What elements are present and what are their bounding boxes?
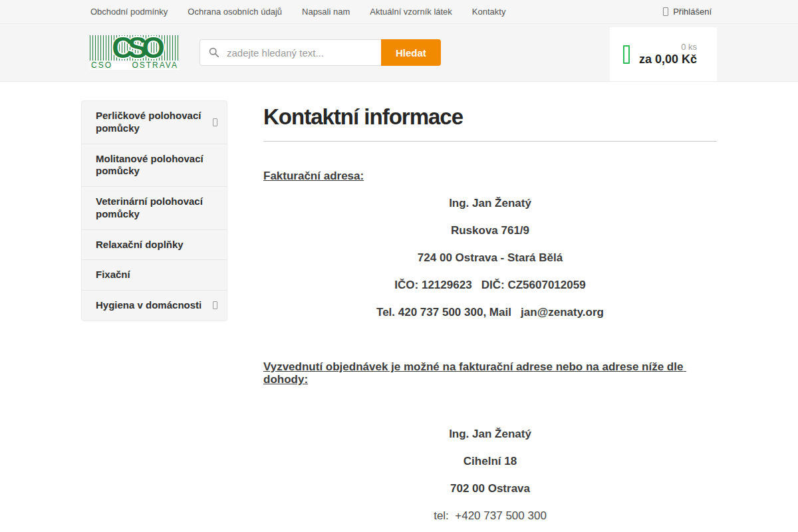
nav-link-aktualni-vzornik-latek[interactable]: Aktuální vzorník látek [370,7,452,17]
title-divider [263,141,717,142]
submenu-expand-icon [213,118,217,126]
cart-widget[interactable]: 0 ks za 0,00 Kč [610,27,717,81]
category-sidebar: Perličkové polohovací pomůcky Molitanové… [81,100,227,321]
cart-item-count: 0 ks [639,42,697,53]
sidebar-item-label: Relaxační doplňky [96,239,184,251]
logo-caption-right: OSTRAVA [132,61,178,70]
billing-address-heading: Fakturační adresa: [263,170,717,182]
spacer [263,333,717,346]
billing-street: Ruskova 761/9 [263,224,717,237]
nav-link-kontakty[interactable]: Kontakty [472,7,506,17]
search-icon [208,47,219,58]
billing-phone-mail: Tel. 420 737 500 300, Mail jan@zenaty.or… [263,306,717,319]
header: CSO CSO OSTRAVA Hledat 0 ks za 0,00 Kč [0,24,798,82]
search-input[interactable] [200,39,381,66]
sidebar-item-perlickove-polohovaci-pomucky[interactable]: Perličkové polohovací pomůcky [82,101,227,144]
page-title: Kontaktní informace [263,104,717,130]
sidebar-item-molitanove-polohovaci-pomucky[interactable]: Molitanové polohovací pomůcky [82,144,227,188]
submenu-expand-icon [213,301,217,309]
pickup-city: 702 00 Ostrava [263,482,717,495]
pickup-heading: Vyzvednutí objednávek je možné na faktur… [263,360,717,386]
login-icon [663,7,668,16]
sidebar-item-label: Fixační [96,269,130,281]
logo-caption: CSO OSTRAVA [90,61,180,70]
search-button[interactable]: Hledat [381,39,441,66]
login-label: Přihlášení [673,7,712,17]
pickup-name: Ing. Jan Ženatý [263,428,717,440]
login-button[interactable]: Přihlášení [663,7,717,17]
pickup-phone: tel: +420 737 500 300 [263,509,717,522]
nav-link-napsali-nam[interactable]: Napsali nam [302,7,350,17]
billing-city: 724 00 Ostrava - Stará Bělá [263,251,717,264]
main-content: Kontaktní informace Fakturační adresa: I… [263,100,717,532]
sidebar-item-veterinarni-polohovaci-pomucky[interactable]: Veterinární polohovací pomůcky [82,187,227,230]
cart-icon [623,45,630,64]
sidebar-item-fixacni[interactable]: Fixační [82,260,227,291]
sidebar-item-label: Molitanové polohovací pomůcky [96,153,217,178]
sidebar-item-label: Veterinární polohovací pomůcky [96,196,217,221]
nav-link-obchodni-podminky[interactable]: Obchodní podmínky [90,7,168,17]
search-bar: Hledat [200,39,441,66]
logo[interactable]: CSO CSO OSTRAVA [90,35,180,70]
top-navigation: Obchodní podmínky Ochrana osobních údajů… [81,7,505,17]
billing-name: Ing. Jan Ženatý [263,197,717,209]
pickup-street: Cihelní 18 [263,455,717,467]
sidebar-item-relaxacni-doplnky[interactable]: Relaxační doplňky [82,230,227,261]
sidebar-item-label: Hygiena v domácnosti [96,299,201,312]
cart-total-price: za 0,00 Kč [639,53,697,66]
sidebar-item-hygiena-v-domacnosti[interactable]: Hygiena v domácnosti [82,291,227,321]
logo-caption-left: CSO [91,61,112,70]
top-bar: Obchodní podmínky Ochrana osobních údajů… [0,0,798,24]
nav-link-ochrana-osobnich-udaju[interactable]: Ochrana osobních údajů [188,7,282,17]
logo-monogram: CSO [99,31,172,65]
billing-company-ids: IČO: 12129623 DIČ: CZ5607012059 [263,279,717,291]
sidebar-item-label: Perličkové polohovací pomůcky [96,110,207,135]
spacer [263,400,717,413]
